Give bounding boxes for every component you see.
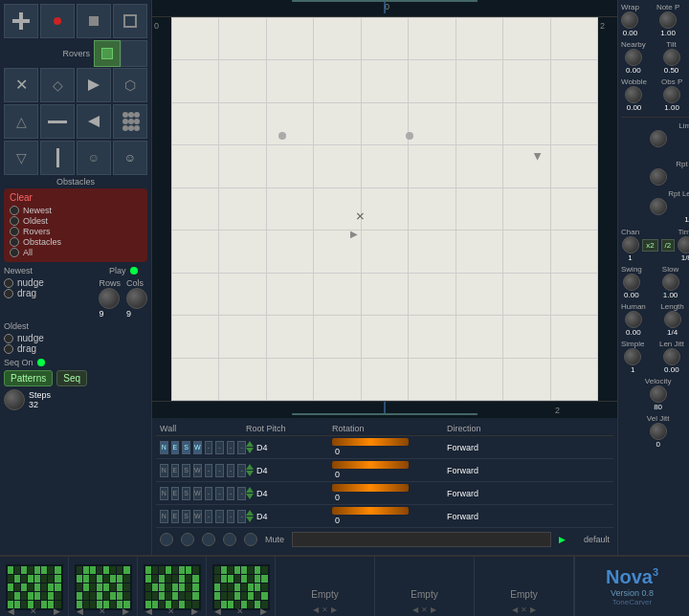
wall-btn-W-3[interactable]: W bbox=[193, 510, 202, 523]
grid-cell-0-2[interactable] bbox=[266, 18, 313, 60]
pdot-3-2-6[interactable] bbox=[255, 583, 260, 591]
pdot-3-3-4[interactable] bbox=[241, 592, 247, 600]
pdot-1-2-2[interactable] bbox=[90, 583, 96, 591]
wall-btn-N-3[interactable]: N bbox=[160, 510, 168, 523]
pdot-0-3-3[interactable] bbox=[28, 592, 33, 600]
pdot-3-0-6[interactable] bbox=[255, 566, 260, 574]
grid-cell-6-6[interactable] bbox=[456, 273, 502, 315]
pdot-0-2-4[interactable] bbox=[34, 583, 40, 591]
pdot-2-2-5[interactable] bbox=[179, 583, 185, 591]
grid-cell-8-4[interactable] bbox=[361, 358, 408, 401]
pdot-2-0-0[interactable] bbox=[145, 566, 151, 574]
grid-cell-3-1[interactable] bbox=[219, 145, 266, 187]
wall-btn-S-1[interactable]: S bbox=[182, 464, 190, 477]
pdot-1-2-3[interactable] bbox=[97, 583, 102, 591]
radio-newest[interactable]: Newest bbox=[10, 206, 142, 215]
grid-cell-7-6[interactable] bbox=[456, 316, 502, 358]
pdot-3-1-7[interactable] bbox=[261, 575, 267, 583]
mute-dot-5[interactable] bbox=[244, 533, 257, 546]
empty-ctrl-2b[interactable]: ✕ bbox=[421, 605, 428, 614]
pdot-1-0-7[interactable] bbox=[123, 566, 129, 574]
grid-cell-3-4[interactable] bbox=[361, 145, 408, 187]
grid-table[interactable] bbox=[171, 17, 598, 401]
veljitt-knob[interactable] bbox=[650, 423, 667, 440]
pdot-2-1-7[interactable] bbox=[192, 575, 198, 583]
pdot-0-0-7[interactable] bbox=[55, 566, 60, 574]
grid-cell-3-7[interactable] bbox=[503, 145, 550, 187]
pdot-3-1-6[interactable] bbox=[255, 575, 260, 583]
pdot-0-1-6[interactable] bbox=[48, 575, 54, 583]
pdot-1-0-1[interactable] bbox=[83, 566, 89, 574]
pdot-0-1-3[interactable] bbox=[28, 575, 33, 583]
pdot-1-2-6[interactable] bbox=[117, 583, 122, 591]
pdot-3-1-3[interactable] bbox=[234, 575, 240, 583]
pctrl-2b[interactable]: ✕ bbox=[99, 606, 106, 616]
pdot-1-0-5[interactable] bbox=[110, 566, 116, 574]
pdot-3-3-0[interactable] bbox=[214, 592, 220, 600]
grid-cell-0-7[interactable] bbox=[503, 18, 550, 60]
wall-dash-1-0[interactable]: - bbox=[215, 441, 224, 454]
pdot-2-2-2[interactable] bbox=[159, 583, 165, 591]
pdot-3-1-4[interactable] bbox=[241, 575, 247, 583]
grid-cell-4-5[interactable] bbox=[409, 187, 456, 230]
rotation-cell-1[interactable]: 0 bbox=[332, 461, 447, 479]
pdot-2-1-6[interactable] bbox=[186, 575, 191, 583]
pdot-1-1-2[interactable] bbox=[90, 575, 96, 583]
grid-cell-3-0[interactable] bbox=[172, 145, 219, 187]
empty-ctrl-1c[interactable]: ▶ bbox=[331, 605, 337, 614]
radio-dot-oldest[interactable] bbox=[10, 216, 19, 226]
pdot-2-2-3[interactable] bbox=[166, 583, 171, 591]
wall-btn-W-2[interactable]: W bbox=[193, 487, 202, 500]
pctrl-2a[interactable]: ◀ bbox=[77, 606, 83, 616]
obstacle-cell-6[interactable]: ◇ bbox=[40, 68, 75, 102]
pdot-3-1-0[interactable] bbox=[214, 575, 220, 583]
grid-cell-1-1[interactable] bbox=[219, 60, 266, 102]
grid-cell-3-3[interactable] bbox=[314, 145, 361, 187]
grid-cell-1-5[interactable] bbox=[409, 60, 456, 102]
pdot-2-3-4[interactable] bbox=[172, 592, 178, 600]
mute-dot-1[interactable] bbox=[160, 533, 173, 546]
mute-dot-2[interactable] bbox=[181, 533, 194, 546]
grid-cell-1-6[interactable] bbox=[456, 60, 502, 102]
rotation-cell-3[interactable]: 0 bbox=[332, 507, 447, 525]
grid-cell-7-4[interactable] bbox=[361, 316, 408, 358]
pctrl-4c[interactable]: ▶ bbox=[260, 606, 267, 616]
wall-btn-N-0[interactable]: N bbox=[160, 441, 168, 454]
grid-cell-1-7[interactable] bbox=[503, 60, 550, 102]
rotation-cell-2[interactable]: 0 bbox=[332, 484, 447, 502]
pdot-1-0-4[interactable] bbox=[103, 566, 109, 574]
obstacle-cell-12[interactable] bbox=[113, 104, 147, 139]
pdot-2-3-6[interactable] bbox=[186, 592, 191, 600]
time-knob[interactable] bbox=[678, 236, 689, 253]
rptlen-knob[interactable] bbox=[650, 198, 667, 215]
pctrl-1c[interactable]: ▶ bbox=[54, 606, 60, 616]
chan-knob[interactable] bbox=[622, 236, 639, 253]
grid-cell-6-7[interactable] bbox=[503, 273, 550, 315]
grid-cell-5-8[interactable] bbox=[550, 231, 598, 273]
wall-dash-2-0[interactable]: - bbox=[227, 441, 235, 454]
obstacle-cell-2[interactable] bbox=[40, 4, 75, 38]
radio-dot-rovers[interactable] bbox=[10, 227, 19, 236]
wall-dash-1-1[interactable]: - bbox=[215, 464, 224, 477]
pdot-3-3-5[interactable] bbox=[248, 592, 254, 600]
grid-cell-5-0[interactable] bbox=[172, 231, 219, 273]
grid-cell-3-2[interactable] bbox=[266, 145, 313, 187]
grid-cell-5-6[interactable] bbox=[456, 231, 502, 273]
pdot-2-1-2[interactable] bbox=[159, 575, 165, 583]
pdot-1-1-6[interactable] bbox=[117, 575, 122, 583]
obstacle-cell-3[interactable] bbox=[77, 4, 111, 38]
wall-dash-0-3[interactable]: - bbox=[205, 510, 213, 523]
pdot-0-2-6[interactable] bbox=[48, 583, 54, 591]
pdot-1-2-1[interactable] bbox=[83, 583, 89, 591]
pdot-2-1-0[interactable] bbox=[145, 575, 151, 583]
wall-btn-S-0[interactable]: S bbox=[182, 441, 190, 454]
play-indicator[interactable] bbox=[130, 267, 138, 275]
pdot-2-0-5[interactable] bbox=[179, 566, 185, 574]
x2-button[interactable]: x2 bbox=[642, 239, 657, 252]
pdot-2-0-4[interactable] bbox=[172, 566, 178, 574]
grid-cell-6-8[interactable] bbox=[550, 273, 598, 315]
grid-cell-2-6[interactable] bbox=[456, 102, 502, 144]
pdot-1-1-0[interactable] bbox=[77, 575, 82, 583]
obstacle-cell-1[interactable] bbox=[4, 4, 38, 38]
wall-dash-1-3[interactable]: - bbox=[215, 510, 224, 523]
